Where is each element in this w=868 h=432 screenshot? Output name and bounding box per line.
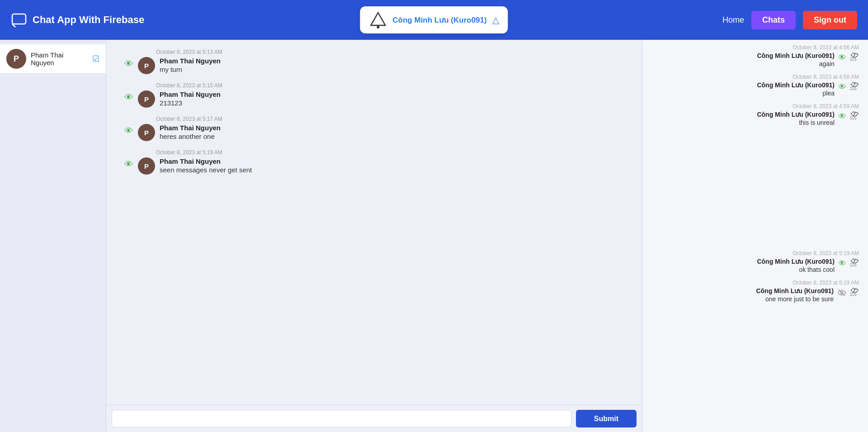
right-text-1: again bbox=[819, 60, 835, 67]
submit-button[interactable]: Submit bbox=[576, 410, 637, 427]
right-msg-row-3: Công Minh Lưu (Kuro091) this is unreal 👁… bbox=[651, 111, 859, 126]
navbar: Chat App With Firebase Công Minh Lưu (Ku… bbox=[0, 0, 868, 40]
message-content-4: Pham Thai Nguyen seen messages never get… bbox=[160, 157, 252, 174]
message-text-3: heres another one bbox=[160, 133, 221, 140]
edit-user-icon[interactable]: △ bbox=[492, 14, 499, 25]
message-content-1: Pham Thai Nguyen my turn bbox=[160, 57, 221, 73]
user-avatar-icon bbox=[369, 11, 387, 29]
app-brand: Chat App With Firebase bbox=[11, 12, 144, 28]
message-row-4: 👁 P Pham Thai Nguyen seen messages never… bbox=[124, 157, 624, 175]
right-text-5: one more just to be sure bbox=[765, 295, 834, 303]
cloud-icon-5: ⛈ bbox=[850, 287, 859, 298]
right-unseen-icon-5 bbox=[837, 288, 846, 299]
right-sender-1: Công Minh Lưu (Kuro091) bbox=[757, 52, 835, 59]
right-seen-icon-3: 👁 bbox=[838, 112, 846, 121]
right-timestamp-3: October 8, 2023 at 4:59 AM bbox=[651, 103, 859, 109]
message-row-1: 👁 P Pham Thai Nguyen my turn bbox=[124, 57, 624, 74]
sidebar-item-pham[interactable]: P Pham Thai Nguyen ☑ bbox=[0, 44, 106, 74]
right-msg-content-5: Công Minh Lưu (Kuro091) one more just to… bbox=[756, 287, 834, 303]
message-timestamp-4: October 8, 2023 at 5:19 AM bbox=[156, 149, 624, 156]
right-msg-content-2: Công Minh Lưu (Kuro091) plea bbox=[757, 81, 835, 97]
right-msg-content-4: Công Minh Lưu (Kuro091) ok thats cool bbox=[757, 258, 835, 273]
msg-avatar-4: P bbox=[138, 157, 155, 175]
seen-eye-icon-2: 👁 bbox=[124, 92, 133, 103]
right-msg-content-3: Công Minh Lưu (Kuro091) this is unreal bbox=[757, 111, 835, 126]
message-timestamp-3: October 8, 2023 at 5:17 AM bbox=[156, 116, 624, 122]
right-timestamp-5: October 8, 2023 at 5:19 AM bbox=[651, 280, 859, 286]
right-msg-group-1: October 8, 2023 at 4:56 AM Công Minh Lưu… bbox=[651, 44, 859, 67]
chat-input[interactable] bbox=[112, 410, 571, 427]
msg-avatar-1: P bbox=[138, 57, 155, 74]
message-sender-4: Pham Thai Nguyen bbox=[160, 157, 252, 165]
right-msg-group-3: October 8, 2023 at 4:59 AM Công Minh Lưu… bbox=[651, 103, 859, 126]
right-timestamp-2: October 8, 2023 at 4:58 AM bbox=[651, 74, 859, 80]
right-msg-group-4: October 8, 2023 at 5:19 AM Công Minh Lưu… bbox=[651, 250, 859, 273]
message-text-1: my turn bbox=[160, 66, 221, 73]
right-sender-2: Công Minh Lưu (Kuro091) bbox=[757, 81, 835, 89]
cloud-icon-3: ⛈ bbox=[850, 111, 859, 121]
signout-button[interactable]: Sign out bbox=[803, 11, 857, 29]
svg-marker-2 bbox=[371, 13, 385, 25]
seen-eye-icon-1: 👁 bbox=[124, 59, 133, 69]
right-seen-icon-1: 👁 bbox=[838, 53, 846, 62]
seen-eye-icon-4: 👁 bbox=[124, 159, 133, 170]
message-sender-3: Pham Thai Nguyen bbox=[160, 124, 221, 132]
sidebar: P Pham Thai Nguyen ☑ bbox=[0, 40, 106, 432]
contact-name-pham: Pham Thai Nguyen bbox=[31, 51, 88, 66]
right-msg-row-5: Công Minh Lưu (Kuro091) one more just to… bbox=[651, 287, 859, 303]
chat-messages: October 8, 2023 at 5:13 AM 👁 P Pham Thai… bbox=[106, 40, 642, 405]
message-sender-2: Pham Thai Nguyen bbox=[160, 90, 221, 98]
msg-avatar-3: P bbox=[138, 124, 155, 141]
message-content-3: Pham Thai Nguyen heres another one bbox=[160, 124, 221, 140]
seen-eye-icon-3: 👁 bbox=[124, 126, 133, 136]
right-sender-4: Công Minh Lưu (Kuro091) bbox=[757, 258, 835, 265]
check-icon: ☑ bbox=[92, 54, 99, 64]
cloud-icon-4: ⛈ bbox=[850, 258, 859, 268]
svg-rect-0 bbox=[12, 14, 26, 24]
right-panel: October 8, 2023 at 4:56 AM Công Minh Lưu… bbox=[642, 40, 868, 432]
right-text-3: this is unreal bbox=[799, 119, 835, 126]
right-text-4: ok thats cool bbox=[799, 266, 835, 273]
right-msg-group-5: October 8, 2023 at 5:19 AM Công Minh Lưu… bbox=[651, 280, 859, 303]
current-user-name: Công Minh Lưu (Kuro091) bbox=[392, 15, 486, 25]
right-msg-content-1: Công Minh Lưu (Kuro091) again bbox=[757, 52, 835, 67]
message-group-3: October 8, 2023 at 5:17 AM 👁 P Pham Thai… bbox=[124, 116, 624, 141]
current-user-badge: Công Minh Lưu (Kuro091) △ bbox=[360, 6, 508, 33]
right-msg-row-2: Công Minh Lưu (Kuro091) plea 👁 ⛈ bbox=[651, 81, 859, 97]
message-row-2: 👁 P Pham Thai Nguyen 213123 bbox=[124, 90, 624, 108]
right-msg-group-2: October 8, 2023 at 4:58 AM Công Minh Lưu… bbox=[651, 74, 859, 97]
right-seen-icon-2: 👁 bbox=[838, 82, 846, 92]
right-text-2: plea bbox=[823, 90, 835, 97]
message-timestamp-1: October 8, 2023 at 5:13 AM bbox=[156, 49, 624, 55]
message-group-2: October 8, 2023 at 5:15 AM 👁 P Pham Thai… bbox=[124, 82, 624, 108]
msg-avatar-2: P bbox=[138, 90, 155, 108]
svg-point-3 bbox=[377, 26, 379, 28]
cloud-icon-2: ⛈ bbox=[850, 81, 859, 92]
message-timestamp-2: October 8, 2023 at 5:15 AM bbox=[156, 82, 624, 89]
right-seen-icon-4: 👁 bbox=[838, 259, 846, 268]
cloud-icon-1: ⛈ bbox=[850, 52, 859, 62]
message-text-2: 213123 bbox=[160, 99, 221, 107]
right-sender-3: Công Minh Lưu (Kuro091) bbox=[757, 111, 835, 118]
chat-area: October 8, 2023 at 5:13 AM 👁 P Pham Thai… bbox=[106, 40, 642, 432]
home-link[interactable]: Home bbox=[722, 15, 744, 25]
chat-icon bbox=[11, 12, 27, 28]
message-row-3: 👁 P Pham Thai Nguyen heres another one bbox=[124, 124, 624, 141]
message-content-2: Pham Thai Nguyen 213123 bbox=[160, 90, 221, 107]
main-container: P Pham Thai Nguyen ☑ October 8, 2023 at … bbox=[0, 40, 868, 432]
right-msg-row-4: Công Minh Lưu (Kuro091) ok thats cool 👁 … bbox=[651, 258, 859, 273]
right-panel-spacer bbox=[651, 133, 859, 250]
right-timestamp-4: October 8, 2023 at 5:19 AM bbox=[651, 250, 859, 256]
right-timestamp-1: October 8, 2023 at 4:56 AM bbox=[651, 44, 859, 51]
chats-button[interactable]: Chats bbox=[751, 11, 796, 29]
chat-input-bar: Submit bbox=[106, 405, 642, 432]
avatar-pham: P bbox=[6, 49, 26, 69]
message-sender-1: Pham Thai Nguyen bbox=[160, 57, 221, 65]
right-sender-5: Công Minh Lưu (Kuro091) bbox=[756, 287, 834, 294]
message-text-4: seen messages never get sent bbox=[160, 166, 252, 174]
right-msg-row-1: Công Minh Lưu (Kuro091) again 👁 ⛈ bbox=[651, 52, 859, 67]
app-title: Chat App With Firebase bbox=[33, 14, 144, 26]
message-group-1: October 8, 2023 at 5:13 AM 👁 P Pham Thai… bbox=[124, 49, 624, 74]
navbar-right: Home Chats Sign out bbox=[722, 11, 857, 29]
message-group-4: October 8, 2023 at 5:19 AM 👁 P Pham Thai… bbox=[124, 149, 624, 175]
